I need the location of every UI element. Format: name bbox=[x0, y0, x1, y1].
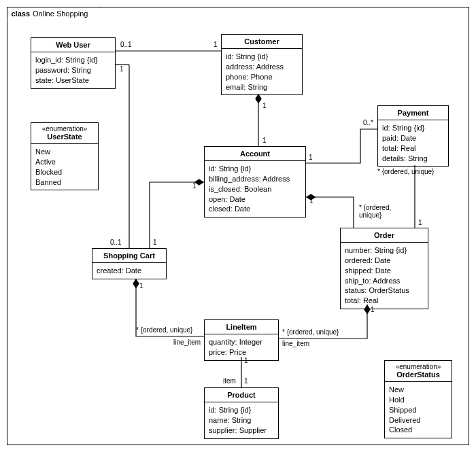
class-payment: Payment id: String {id} paid: Date total… bbox=[377, 105, 449, 167]
class-attrs: New Active Blocked Banned bbox=[31, 144, 98, 190]
mult-label: 1 bbox=[192, 182, 197, 190]
class-title: Account bbox=[205, 147, 305, 161]
class-attrs: created: Date bbox=[92, 263, 166, 279]
class-title: Product bbox=[205, 388, 278, 402]
mult-label: 1 bbox=[120, 65, 124, 73]
class-attrs: id: String {id} address: Address phone: … bbox=[222, 49, 302, 94]
mult-label: 0..* bbox=[363, 119, 373, 126]
mult-label: 1 bbox=[139, 282, 143, 290]
mult-label: 1 bbox=[214, 41, 218, 48]
mult-label: * {ordered, unique} bbox=[377, 168, 434, 175]
role-label: line_item bbox=[173, 338, 201, 346]
class-attrs: New Hold Shipped Delivered Closed bbox=[385, 382, 452, 438]
mult-label: 1 bbox=[418, 219, 422, 226]
class-line-item: LineItem quantity: Integer price: Price bbox=[204, 319, 279, 361]
class-shopping-cart: Shopping Cart created: Date bbox=[92, 248, 167, 279]
enum-user-state: «enumeration» UserState New Active Block… bbox=[31, 122, 99, 190]
class-attrs: quantity: Integer price: Price bbox=[205, 334, 278, 360]
mult-label: 1 bbox=[262, 102, 267, 109]
role-label: item bbox=[223, 377, 236, 385]
class-attrs: number: String {id} ordered: Date shippe… bbox=[341, 243, 428, 309]
class-customer: Customer id: String {id} address: Addres… bbox=[221, 34, 303, 95]
frame-name: Online Shopping bbox=[33, 10, 88, 18]
frame-title-tab: class Online Shopping bbox=[7, 7, 101, 20]
frame-keyword: class bbox=[12, 10, 31, 18]
class-account: Account id: String {id} billing_address:… bbox=[204, 146, 306, 218]
enum-stereotype: «enumeration» bbox=[31, 123, 98, 133]
role-label: line_item bbox=[282, 340, 309, 347]
enum-order-status: «enumeration» OrderStatus New Hold Shipp… bbox=[384, 360, 452, 438]
mult-label: 0..1 bbox=[110, 239, 122, 246]
class-title: LineItem bbox=[205, 320, 278, 334]
mult-label: 1 bbox=[244, 357, 248, 364]
class-attrs: id: String {id} paid: Date total: Real d… bbox=[378, 120, 448, 166]
enum-stereotype: «enumeration» bbox=[385, 361, 452, 370]
class-attrs: id: String {id} name: String supplier: S… bbox=[205, 402, 278, 438]
class-web-user: Web User login_id: String {id} password:… bbox=[31, 37, 116, 89]
class-title: Payment bbox=[378, 106, 448, 120]
mult-label: 1 bbox=[153, 239, 157, 246]
class-order: Order number: String {id} ordered: Date … bbox=[340, 228, 428, 309]
mult-label: * {ordered, unique} bbox=[359, 204, 391, 219]
mult-label: 1 bbox=[371, 306, 375, 313]
class-title: Web User bbox=[31, 38, 115, 52]
class-title: Customer bbox=[222, 35, 302, 49]
mult-label: 1 bbox=[309, 197, 313, 205]
class-title: OrderStatus bbox=[385, 370, 452, 382]
mult-label: * {ordered, unique} bbox=[282, 328, 339, 336]
class-attrs: login_id: String {id} password: String s… bbox=[31, 52, 115, 88]
class-title: Shopping Cart bbox=[92, 249, 166, 263]
mult-label: 1 bbox=[309, 154, 313, 161]
mult-label: * {ordered, unique} bbox=[136, 326, 192, 334]
class-title: UserState bbox=[31, 133, 98, 144]
mult-label: 1 bbox=[262, 137, 267, 144]
mult-label: 0..1 bbox=[120, 41, 132, 48]
class-attrs: id: String {id} billing_address: Address… bbox=[205, 161, 305, 217]
mult-label: 1 bbox=[244, 377, 248, 385]
class-title: Order bbox=[341, 228, 428, 243]
class-product: Product id: String {id} name: String sup… bbox=[204, 387, 279, 439]
